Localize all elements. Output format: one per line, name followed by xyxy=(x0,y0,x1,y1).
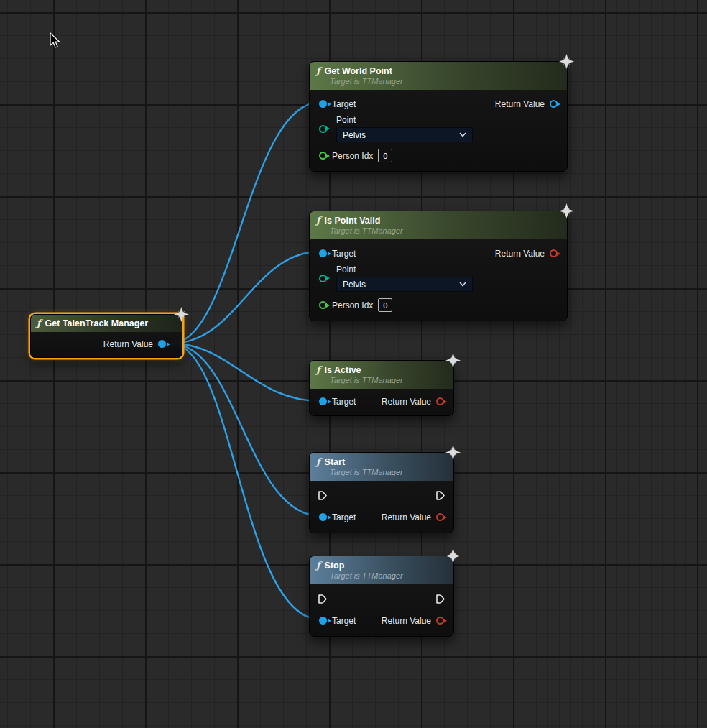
return-value-output-pin[interactable] xyxy=(436,397,444,405)
pin-label-point: Point xyxy=(336,264,473,275)
target-input-pin[interactable] xyxy=(319,397,327,405)
node-subtitle: Target is TTManager xyxy=(330,468,446,476)
node-title: Stop xyxy=(325,561,345,571)
return-value-output-pin[interactable] xyxy=(550,100,558,108)
wire-to-is-point-valid[interactable] xyxy=(171,252,320,344)
function-icon: ƒ xyxy=(316,560,320,571)
point-input-pin[interactable] xyxy=(319,125,327,133)
function-icon: ƒ xyxy=(316,364,320,375)
return-value-output-pin[interactable] xyxy=(436,617,444,625)
node-header[interactable]: ƒStart Target is TTManager xyxy=(310,453,453,481)
point-enum-value: Pelvis xyxy=(343,130,366,140)
exec-input-pin[interactable] xyxy=(318,594,328,604)
node-is-active[interactable]: ƒIs Active Target is TTManager Target Re… xyxy=(309,360,454,416)
node-get-world-point[interactable]: ƒGet World Point Target is TTManager Tar… xyxy=(309,61,568,172)
pin-label-person-idx: Person Idx xyxy=(332,300,373,310)
wire-to-is-active[interactable] xyxy=(171,344,320,401)
pin-label-return-value: Return Value xyxy=(382,512,431,522)
node-subtitle: Target is TTManager xyxy=(330,77,560,86)
target-input-pin[interactable] xyxy=(319,617,327,625)
function-icon: ƒ xyxy=(316,215,320,226)
pin-label-return-value: Return Value xyxy=(103,339,153,349)
node-title: Get World Point xyxy=(325,66,392,76)
pin-label-return-value: Return Value xyxy=(495,99,545,109)
node-title: Is Active xyxy=(325,365,361,375)
node-subtitle: Target is TTManager xyxy=(330,376,446,384)
function-sparkle-icon xyxy=(445,445,461,460)
pin-label-return-value: Return Value xyxy=(382,616,431,626)
point-enum-value: Pelvis xyxy=(343,280,366,290)
function-sparkle-icon xyxy=(174,307,189,322)
person-idx-value-field[interactable]: 0 xyxy=(378,149,392,162)
node-header[interactable]: ƒStop Target is TTManager xyxy=(310,556,453,584)
node-title: Start xyxy=(325,457,345,467)
target-input-pin[interactable] xyxy=(319,100,327,108)
exec-output-pin[interactable] xyxy=(435,490,445,501)
wire-to-start[interactable] xyxy=(171,344,320,516)
pin-label-target: Target xyxy=(332,512,356,522)
node-start[interactable]: ƒStart Target is TTManager Target Return… xyxy=(309,452,454,533)
person-idx-input-pin[interactable] xyxy=(319,152,327,160)
node-subtitle: Target is TTManager xyxy=(330,226,560,235)
node-header[interactable]: ƒGet TalenTrack Manager xyxy=(31,315,182,332)
pin-label-target: Target xyxy=(332,249,356,259)
person-idx-input-pin[interactable] xyxy=(319,301,327,309)
return-value-output-pin[interactable] xyxy=(436,513,444,521)
function-sparkle-icon xyxy=(445,548,461,563)
wire-to-stop[interactable] xyxy=(171,344,320,619)
pin-label-point: Point xyxy=(336,115,473,125)
node-header[interactable]: ƒIs Active Target is TTManager xyxy=(310,361,453,389)
chevron-down-icon xyxy=(459,282,466,287)
point-input-pin[interactable] xyxy=(319,275,327,282)
pin-label-person-idx: Person Idx xyxy=(332,151,373,161)
pin-label-return-value: Return Value xyxy=(382,397,431,407)
exec-input-pin[interactable] xyxy=(318,490,328,501)
function-icon: ƒ xyxy=(316,456,320,467)
return-value-output-pin[interactable] xyxy=(158,340,166,348)
node-get-talentrack-manager[interactable]: ƒGet TalenTrack Manager Return Value xyxy=(30,314,182,358)
function-icon: ƒ xyxy=(316,65,320,76)
target-input-pin[interactable] xyxy=(319,249,327,257)
pin-label-return-value: Return Value xyxy=(495,249,545,259)
function-icon: ƒ xyxy=(37,318,41,328)
exec-output-pin[interactable] xyxy=(435,594,445,604)
pin-label-target: Target xyxy=(332,99,356,109)
node-header[interactable]: ƒIs Point Valid Target is TTManager xyxy=(310,211,567,239)
node-stop[interactable]: ƒStop Target is TTManager Target Return … xyxy=(309,556,454,637)
pin-label-target: Target xyxy=(332,397,356,407)
target-input-pin[interactable] xyxy=(319,513,327,521)
blueprint-graph-canvas[interactable]: { "graph": { "wire_color": "#2f9fe5", "s… xyxy=(0,0,707,728)
node-subtitle: Target is TTManager xyxy=(330,571,446,580)
node-header[interactable]: ƒGet World Point Target is TTManager xyxy=(310,62,567,90)
point-enum-dropdown[interactable]: Pelvis xyxy=(336,127,473,142)
wire-to-get-world-point[interactable] xyxy=(171,102,320,344)
chevron-down-icon xyxy=(459,132,466,137)
function-sparkle-icon xyxy=(445,353,461,368)
node-title: Is Point Valid xyxy=(325,216,381,226)
mouse-cursor xyxy=(49,32,62,50)
return-value-output-pin[interactable] xyxy=(550,249,558,257)
function-sparkle-icon xyxy=(559,203,574,218)
person-idx-value-field[interactable]: 0 xyxy=(378,298,392,312)
node-title: Get TalenTrack Manager xyxy=(45,318,149,328)
point-enum-dropdown[interactable]: Pelvis xyxy=(336,277,473,292)
pin-label-target: Target xyxy=(332,616,356,626)
function-sparkle-icon xyxy=(559,54,574,69)
node-is-point-valid[interactable]: ƒIs Point Valid Target is TTManager Targ… xyxy=(309,211,568,321)
